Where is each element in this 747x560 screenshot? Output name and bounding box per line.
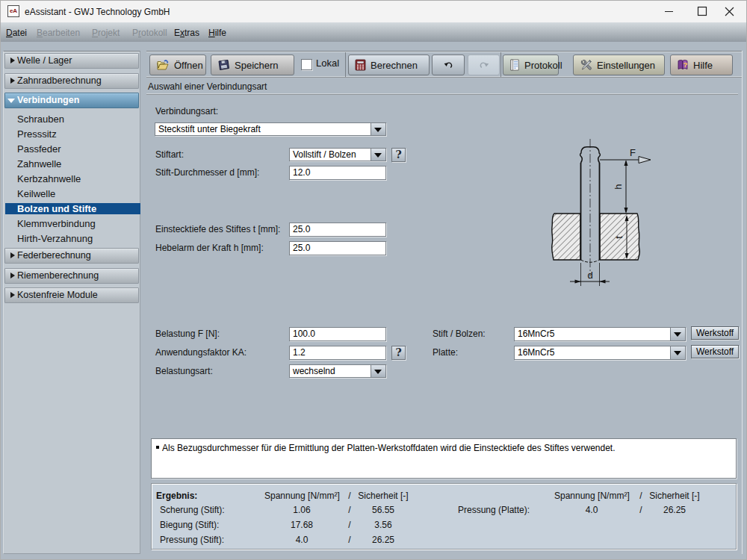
maximize-icon [685, 0, 718, 22]
diagram-label-t: t [613, 236, 624, 239]
toolbar: Öffnen Speichern Lokal [146, 51, 742, 78]
platte-werkstoff-dropdown[interactable]: 16MnCr5 [514, 346, 686, 360]
result-row-sep: / [345, 505, 354, 515]
protocol-button[interactable]: Protokoll [503, 55, 559, 75]
result-row-spannung: 17.68 [264, 520, 339, 530]
col-sep-right: / [636, 491, 645, 501]
menu-bearbeiten[interactable]: Bearbeiten [37, 28, 80, 38]
diagram-label-F: F [630, 147, 636, 158]
calculate-button-label: Berechnen [371, 60, 418, 71]
dropdown-arrow-icon[interactable] [371, 365, 385, 377]
sidebar-item-keilwelle[interactable]: Keilwelle [5, 188, 140, 199]
anwendungsfaktor-help-button[interactable]: ? [391, 346, 406, 360]
dropdown-arrow-icon[interactable] [371, 149, 385, 161]
menu-datei[interactable]: Datei [6, 28, 27, 38]
title-bar: eA eAssistant - GWJ Technology GmbH [0, 0, 747, 22]
calculate-button[interactable]: Berechnen [348, 55, 430, 75]
menu-protokoll[interactable]: Protokoll [132, 28, 167, 38]
diagram-label-d: d [587, 270, 592, 281]
anwendungsfaktor-input[interactable]: 1.2 [289, 346, 386, 360]
chevron-right-icon [10, 57, 15, 63]
belastung-input[interactable]: 100.0 [289, 327, 386, 341]
close-button[interactable] [718, 0, 747, 22]
durchmesser-input[interactable]: 12.0 [289, 166, 386, 180]
col-spannung: Spannung [N/mm²] [264, 491, 339, 501]
sidebar-item-kerbzahnwelle[interactable]: Kerbzahnwelle [5, 173, 140, 184]
belastungsart-dropdown[interactable]: wechselnd [289, 364, 386, 378]
dropdown-arrow-icon[interactable] [670, 328, 685, 340]
sidebar-item-zahnwelle[interactable]: Zahnwelle [5, 158, 140, 169]
minimize-button[interactable] [652, 0, 685, 22]
belastung-label: Belastung F [N]: [155, 329, 220, 339]
undo-icon [442, 60, 454, 70]
redo-button[interactable] [468, 55, 500, 75]
stift-werkstoff-label: Stift / Bolzen: [433, 329, 486, 339]
section-separator [146, 93, 738, 95]
content-right-edge [742, 51, 743, 554]
chevron-right-icon [10, 78, 15, 84]
result-row-label: Biegung (Stift): [160, 520, 219, 530]
platte-werkstoff-value: 16MnCr5 [518, 347, 554, 358]
diagram-label-h: h [613, 184, 624, 189]
sidebar-group-zahnradberechnung[interactable]: Zahnradberechnung [4, 73, 139, 89]
sidebar-item-bolzen-und-stifte[interactable]: Bolzen und Stifte [5, 203, 140, 214]
bullet-icon [156, 446, 159, 449]
pin-diagram: F h t d [523, 134, 672, 295]
result-row-sicherheit: 3.56 [355, 520, 412, 530]
result-row-sep: / [636, 505, 645, 515]
protocol-button-label: Protokoll [524, 60, 562, 71]
result-row-sep: / [345, 535, 354, 545]
sidebar-item-schrauben[interactable]: Schrauben [5, 113, 140, 125]
lokal-checkbox-label: Lokal [316, 57, 339, 69]
result-row-label: Pressung (Platte): [458, 505, 530, 515]
settings-button[interactable]: Einstellungen [573, 55, 665, 75]
sidebar-group-verbindungen[interactable]: Verbindungen [4, 93, 139, 108]
dropdown-arrow-icon[interactable] [670, 346, 685, 359]
calculator-icon [355, 59, 366, 71]
stift-werkstoff-button[interactable]: Werkstoff [691, 326, 739, 340]
window-title: eAssistant - GWJ Technology GmbH [25, 7, 170, 17]
app-window: eA eAssistant - GWJ Technology GmbH Date… [0, 0, 747, 560]
sidebar-group-riemenberechnung[interactable]: Riemenberechnung [4, 268, 139, 284]
tools-icon [580, 59, 592, 71]
verbindungsart-dropdown[interactable]: Steckstift unter Biegekraft [155, 122, 386, 136]
menu-projekt[interactable]: Projekt [92, 28, 120, 38]
save-button[interactable]: Speichern [211, 55, 294, 75]
lokal-checkbox[interactable] [301, 59, 312, 70]
platte-werkstoff-label: Platte: [433, 347, 458, 358]
stiftart-value: Vollstift / Bolzen [293, 149, 356, 160]
result-row-spannung: 4.0 [264, 535, 339, 545]
result-row-sicherheit: 26.25 [646, 505, 703, 515]
sidebar-group-federberechnung[interactable]: Federberechnung [4, 248, 139, 264]
sidebar: Welle / Lager Zahnradberechnung Verbindu… [3, 51, 140, 554]
sidebar-item-klemmverbindung[interactable]: Klemmverbindung [5, 218, 140, 229]
stiftart-help-button[interactable]: ? [391, 148, 406, 162]
chevron-right-icon [10, 273, 15, 279]
undo-button[interactable] [432, 55, 465, 75]
hebelarm-input[interactable]: 25.0 [289, 241, 386, 255]
platte-werkstoff-button[interactable]: Werkstoff [691, 345, 739, 358]
menu-extras[interactable]: Extras [174, 28, 199, 38]
sidebar-item-passfeder[interactable]: Passfeder [5, 143, 140, 155]
redo-icon [478, 60, 490, 70]
einstecktiefe-input[interactable]: 25.0 [289, 223, 386, 237]
save-button-label: Speichern [235, 60, 279, 71]
menu-hilfe[interactable]: Hilfe [208, 28, 226, 38]
help-button[interactable]: ? Hilfe [670, 55, 733, 75]
toolbar-separator [500, 52, 501, 77]
svg-text:?: ? [684, 60, 688, 69]
maximize-button[interactable] [685, 0, 718, 22]
sidebar-group-welle-lager[interactable]: Welle / Lager [4, 53, 139, 69]
open-button[interactable]: Öffnen [149, 55, 206, 75]
result-row-label: Pressung (Stift): [160, 535, 224, 545]
hebelarm-label: Hebelarm der Kraft h [mm]: [155, 243, 264, 253]
chevron-down-icon [7, 99, 15, 103]
dropdown-arrow-icon[interactable] [371, 123, 385, 135]
col-sicherheit-right: Sicherheit [-] [646, 491, 703, 501]
sidebar-item-hirth-verzahnung[interactable]: Hirth-Verzahnung [5, 233, 140, 244]
stiftart-dropdown[interactable]: Vollstift / Bolzen [289, 148, 386, 161]
sidebar-group-kostenfreie-module[interactable]: Kostenfreie Module [4, 287, 139, 303]
sidebar-item-presssitz[interactable]: Presssitz [5, 128, 140, 140]
results-title: Ergebnis: [156, 491, 197, 501]
stift-werkstoff-dropdown[interactable]: 16MnCr5 [514, 327, 686, 341]
